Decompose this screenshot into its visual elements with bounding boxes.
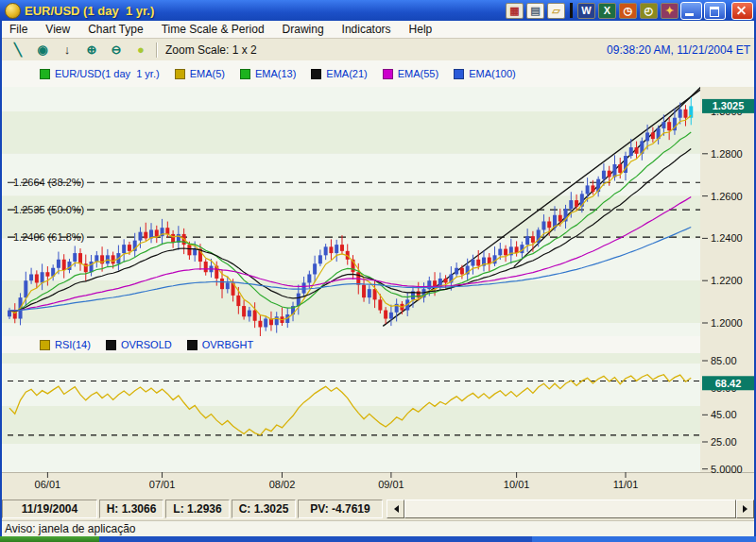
price-band [2,111,700,154]
toolbar-tools: ╲◉↓⊕⊖● [6,42,153,59]
folder-shortcut-icon[interactable]: ▱ [547,3,565,19]
x-tick-label: 11/01 [613,479,639,490]
legend-item: RSI(14) [40,339,91,350]
scroll-left-icon [390,505,399,513]
x-tick-label: 08/02 [269,479,296,490]
minimize-button[interactable] [680,2,702,20]
menu-view[interactable]: View [38,22,80,37]
window-border-left [0,0,2,536]
title-bar[interactable]: EUR/USD (1 day 1 yr.) ▦▤▱WX◷◴✦ [0,0,756,21]
rsi-tick-label: 5.0000 [711,464,743,475]
series-label: EMA(55) [398,68,438,79]
price-tick-label: 1.2400 [711,232,743,244]
titlebar-icon-cluster: ▦▤▱WX◷◴✦ [506,3,679,19]
price-rsi-chart[interactable]: 1.2664 (38.2%)1.2535 (50.0%)1.2406 (61.8… [0,87,756,497]
current-price-badge-label: 1.3025 [713,100,745,111]
app-logo-icon [5,3,21,19]
horizontal-scrollbar[interactable] [387,500,754,518]
menu-indicators[interactable]: Indicators [335,22,402,37]
menu-time-scale-period[interactable]: Time Scale & Period [154,22,275,37]
legend-item: EMA(100) [454,68,516,79]
series-label: EMA(13) [255,68,296,79]
zoom-out-icon[interactable]: ⊖ [104,42,129,59]
x-tick-label: 06/01 [35,479,61,490]
menu-bar: FileViewChart TypeTime Scale & PeriodDra… [0,21,756,39]
close-button[interactable] [731,2,753,20]
clock-icon[interactable]: ◴ [640,3,658,19]
price-band [2,280,700,323]
rsi-band [2,406,700,444]
rsi-tick-label: 25.00 [711,436,737,448]
series-swatch [454,69,464,79]
rsi-legend: RSI(14)OVRSOLDOVRBGHT [0,336,700,353]
scrollbar-track[interactable] [404,500,736,518]
legend-item: EMA(13) [240,68,296,79]
low-cell: L: 1.2936 [165,500,230,518]
series-label: RSI(14) [55,339,91,350]
scroll-right-button[interactable] [736,500,754,518]
series-label: EMA(21) [326,68,367,79]
series-swatch [106,340,116,350]
x-tick-label: 09/01 [378,479,404,490]
word-icon[interactable]: W [577,3,595,19]
taskbar-left [99,536,532,542]
restore-button[interactable] [704,2,726,20]
fib-label: 1.2664 (38.2%) [13,177,84,188]
scroll-left-button[interactable] [387,500,404,518]
price-tick-label: 1.2000 [711,317,743,329]
toolbar-separator [156,42,158,58]
crosshair-tool-icon[interactable]: ◉ [30,42,55,59]
scroll-right-icon [743,505,751,513]
series-swatch [187,340,198,350]
window-title: EUR/USD (1 day 1 yr.) [25,4,154,18]
series-label: EMA(100) [469,68,516,79]
menu-chart-type[interactable]: Chart Type [80,22,153,37]
office-tiles-icon[interactable]: ▦ [506,3,524,19]
price-band [2,154,700,196]
price-tick-label: 1.2800 [711,148,743,160]
price-band [2,323,700,336]
price-tick-label: 1.2200 [711,275,743,286]
taskbar-sliver [0,536,756,542]
series-label: EUR/USD(1 day 1 yr.) [55,68,160,79]
excel-icon[interactable]: X [598,3,616,19]
color-orb-icon[interactable]: ● [129,42,153,59]
high-cell: H: 1.3066 [99,500,163,518]
series-swatch [383,69,393,79]
menu-help[interactable]: Help [402,22,443,37]
x-tick-label: 07/01 [149,479,176,490]
series-label: OVRSOLD [121,339,172,350]
key-icon[interactable]: ✦ [661,3,679,19]
rsi-tick-label: 85.00 [711,355,737,366]
series-label: EMA(5) [190,68,225,79]
statusbar-cells: 11/19/2004H: 1.3066L: 1.2936C: 1.3025PV:… [2,500,383,518]
status-message: Aviso: janela de aplicação [0,520,756,536]
schedule-icon[interactable]: ◷ [619,3,637,19]
restore-icon [710,7,719,17]
series-legend: EUR/USD(1 day 1 yr.)EMA(5)EMA(13)EMA(21)… [0,60,756,87]
rsi-band [2,444,700,472]
titlebar-separator [570,3,573,18]
current-rsi-badge-label: 68.42 [715,378,742,389]
series-swatch [240,69,250,79]
price-tick-label: 1.2600 [711,191,743,202]
menu-file[interactable]: File [2,22,38,37]
date-cell: 11/19/2004 [2,500,97,518]
legend-item: EMA(21) [311,68,367,79]
start-button-edge[interactable] [0,536,99,542]
zoom-in-icon[interactable]: ⊕ [79,42,104,59]
rsi-band [2,364,700,406]
pan-down-tool-icon[interactable]: ↓ [55,42,79,59]
clock-timestamp: 09:38:20 AM, 11/21/2004 ET [607,43,750,57]
notes-shortcut-icon[interactable]: ▤ [526,3,544,19]
legend-item: OVRBGHT [187,339,253,350]
fib-label: 1.2406 (61.8%) [13,231,84,243]
minimize-icon [685,13,694,16]
rsi-band [2,353,700,364]
series-swatch [40,340,50,350]
legend-item: EMA(55) [383,68,438,79]
trendline-tool-icon[interactable]: ╲ [6,42,30,59]
menu-drawing[interactable]: Drawing [275,22,335,37]
toolbar: ╲◉↓⊕⊖● Zoom Scale: 1 x 2 09:38:20 AM, 11… [0,40,756,60]
chart-region[interactable]: 1.2664 (38.2%)1.2535 (50.0%)1.2406 (61.8… [0,87,756,497]
